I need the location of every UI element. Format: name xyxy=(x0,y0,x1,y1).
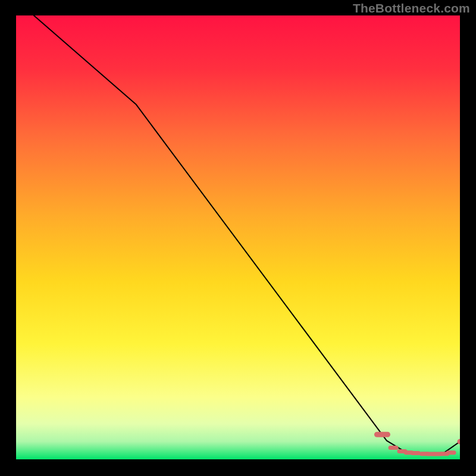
plot-area xyxy=(16,15,460,459)
chart-svg xyxy=(16,15,460,459)
gradient-panel xyxy=(16,15,460,459)
attribution-text: TheBottleneck.com xyxy=(353,1,470,15)
chart-root: TheBottleneck.com xyxy=(0,0,476,476)
